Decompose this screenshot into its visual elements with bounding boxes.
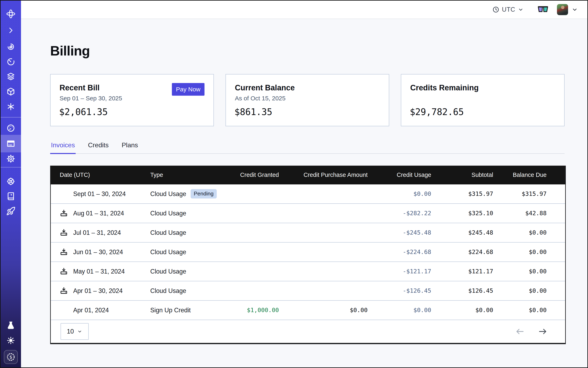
billing-tabs: Invoices Credits Plans bbox=[50, 139, 565, 154]
pay-now-button[interactable]: Pay Now bbox=[172, 83, 205, 96]
download-invoice-button[interactable] bbox=[60, 287, 68, 295]
invoice-type: Cloud Usage bbox=[150, 248, 186, 256]
sidebar-theme-sun-icon[interactable] bbox=[6, 336, 16, 345]
invoice-balance-due: $315.97 bbox=[493, 190, 547, 197]
page-size-select[interactable]: 10 bbox=[61, 323, 89, 340]
sidebar-spiral-icon[interactable] bbox=[6, 42, 16, 51]
invoice-credit-usage: -$126.45 bbox=[368, 287, 431, 294]
invoice-type: Cloud Usage bbox=[150, 268, 186, 275]
column-header-type: Type bbox=[142, 172, 218, 178]
column-header-subtotal: Subtotal bbox=[431, 172, 493, 178]
sidebar-timer-icon[interactable] bbox=[6, 57, 16, 66]
invoice-subtotal: $325.10 bbox=[431, 210, 493, 217]
invoice-subtotal: $245.48 bbox=[431, 229, 493, 236]
invoice-subtotal: $121.17 bbox=[431, 268, 493, 275]
credits-remaining-amount: $29,782.65 bbox=[410, 107, 464, 117]
page-size-value: 10 bbox=[67, 328, 74, 335]
download-invoice-button[interactable] bbox=[60, 229, 68, 237]
svg-text:$: $ bbox=[9, 355, 12, 360]
invoice-subtotal: $315.97 bbox=[431, 190, 493, 197]
invoice-balance-due: $0.00 bbox=[493, 229, 547, 236]
sidebar-ship-wheel-icon[interactable] bbox=[6, 177, 16, 186]
clock-icon bbox=[492, 6, 499, 13]
download-invoice-button[interactable] bbox=[60, 267, 68, 275]
invoice-subtotal: $224.68 bbox=[431, 248, 493, 255]
chevron-down-icon bbox=[518, 7, 524, 13]
timezone-label: UTC bbox=[502, 6, 515, 13]
invoice-credit-usage: -$282.22 bbox=[368, 210, 431, 217]
invoice-credit-usage: -$121.17 bbox=[368, 268, 431, 275]
sidebar-asterisk-icon[interactable] bbox=[6, 102, 16, 111]
invoice-subtotal: $0.00 bbox=[431, 307, 493, 313]
sidebar-cube-icon[interactable] bbox=[6, 87, 16, 96]
invoice-table-row: Apr 01, 2024 Sign Up Credit $1,000.00 $0… bbox=[51, 301, 565, 320]
invoice-date: Apr 01 – 30, 2024 bbox=[73, 287, 123, 294]
invoice-balance-due: $42.88 bbox=[493, 210, 547, 217]
sidebar-divider bbox=[1, 117, 21, 118]
next-page-arrow-right-icon[interactable] bbox=[538, 327, 548, 336]
column-header-date: Date (UTC) bbox=[51, 172, 142, 178]
sidebar-credits-dollar-badge-button[interactable]: $ bbox=[4, 350, 18, 364]
timezone-selector[interactable]: UTC bbox=[492, 6, 524, 13]
invoice-table: Date (UTC) Type Credit Granted Credit Pu… bbox=[50, 166, 566, 344]
invoice-table-header: Date (UTC) Type Credit Granted Credit Pu… bbox=[51, 166, 565, 184]
3d-glasses-icon[interactable] bbox=[537, 6, 549, 13]
invoice-table-row: Aug 01 – 31, 2024 Cloud Usage -$282.22 $… bbox=[51, 204, 565, 223]
user-menu-chevron-down-icon[interactable] bbox=[571, 6, 578, 13]
column-header-credit-usage: Credit Usage bbox=[368, 172, 431, 178]
sidebar-gauge-icon[interactable] bbox=[6, 123, 16, 133]
sidebar-layers-icon[interactable] bbox=[6, 72, 16, 81]
sidebar-divider bbox=[1, 167, 21, 167]
sidebar-settings-gear-icon[interactable] bbox=[6, 154, 16, 163]
user-avatar[interactable] bbox=[557, 4, 568, 15]
current-balance-as-of: As of Oct 15, 2025 bbox=[235, 95, 285, 102]
invoice-table-row: Apr 01 – 30, 2024 Cloud Usage -$126.45 $… bbox=[51, 281, 565, 301]
recent-bill-amount: $2,061.35 bbox=[59, 107, 108, 117]
column-header-balance-due: Balance Due bbox=[493, 172, 547, 178]
current-balance-title: Current Balance bbox=[235, 83, 295, 92]
tab-plans[interactable]: Plans bbox=[121, 139, 139, 153]
billing-page: $ UTC Billing Recent Bill Sep 01 – Sep 3… bbox=[0, 0, 588, 368]
current-balance-card: Current Balance As of Oct 15, 2025 $861.… bbox=[226, 74, 389, 126]
current-balance-amount: $861.35 bbox=[235, 107, 272, 117]
download-invoice-button[interactable] bbox=[60, 248, 68, 256]
sidebar-billing-card-icon[interactable] bbox=[6, 139, 16, 148]
invoice-balance-due: $0.00 bbox=[493, 268, 547, 275]
invoice-subtotal: $126.45 bbox=[431, 287, 493, 294]
recent-bill-period: Sep 01 – Sep 30, 2025 bbox=[60, 95, 122, 102]
invoice-balance-due: $0.00 bbox=[493, 248, 547, 255]
sidebar-rocket-icon[interactable] bbox=[6, 206, 16, 216]
column-header-credit-purchase-amount: Credit Purchase Amount bbox=[279, 172, 368, 178]
invoice-credit-granted: $1,000.00 bbox=[218, 307, 279, 313]
tab-invoices[interactable]: Invoices bbox=[50, 139, 76, 154]
previous-page-arrow-left-icon[interactable] bbox=[515, 327, 525, 336]
sidebar-book-sparkle-icon[interactable] bbox=[6, 191, 16, 201]
chevron-down-icon bbox=[77, 329, 82, 334]
invoice-type: Cloud Usage bbox=[150, 229, 186, 236]
tab-credits[interactable]: Credits bbox=[87, 139, 109, 153]
credits-remaining-card: Credits Remaining $29,782.65 bbox=[401, 74, 565, 126]
invoice-type: Cloud Usage bbox=[150, 210, 186, 217]
main-content: Billing Recent Bill Sep 01 – Sep 30, 202… bbox=[21, 19, 587, 367]
invoice-table-row: May 01 – 31, 2024 Cloud Usage -$121.17 $… bbox=[51, 262, 565, 281]
invoice-date: Sept 01 – 30, 2024 bbox=[73, 190, 126, 197]
invoice-type: Sign Up Credit bbox=[150, 307, 191, 314]
sidebar-expand-chevron-right-icon[interactable] bbox=[7, 26, 15, 35]
invoice-table-row: Jun 01 – 30, 2024 Cloud Usage -$224.68 $… bbox=[51, 243, 565, 262]
pagination-bar: 10 bbox=[51, 320, 565, 343]
invoice-date: May 01 – 31, 2024 bbox=[73, 268, 125, 275]
invoice-credit-usage: -$224.68 bbox=[368, 248, 431, 255]
sidebar-flask-icon[interactable] bbox=[6, 321, 16, 330]
download-invoice-button[interactable] bbox=[60, 209, 68, 217]
invoice-table-row: Jul 01 – 31, 2024 Cloud Usage -$245.48 $… bbox=[51, 223, 565, 243]
sidebar: $ bbox=[1, 1, 21, 367]
page-title: Billing bbox=[50, 43, 565, 59]
invoice-table-row: Sept 01 – 30, 2024 Cloud Usage Pending $… bbox=[51, 184, 565, 204]
invoice-date: Aug 01 – 31, 2024 bbox=[73, 210, 124, 217]
invoice-table-body: Sept 01 – 30, 2024 Cloud Usage Pending $… bbox=[51, 184, 565, 320]
invoice-date: Jun 01 – 30, 2024 bbox=[73, 248, 123, 256]
invoice-balance-due: $0.00 bbox=[493, 287, 547, 294]
invoice-date: Jul 01 – 31, 2024 bbox=[73, 229, 121, 236]
app-logo-orbit-icon[interactable] bbox=[6, 9, 16, 19]
summary-cards: Recent Bill Sep 01 – Sep 30, 2025 $2,061… bbox=[50, 74, 565, 126]
